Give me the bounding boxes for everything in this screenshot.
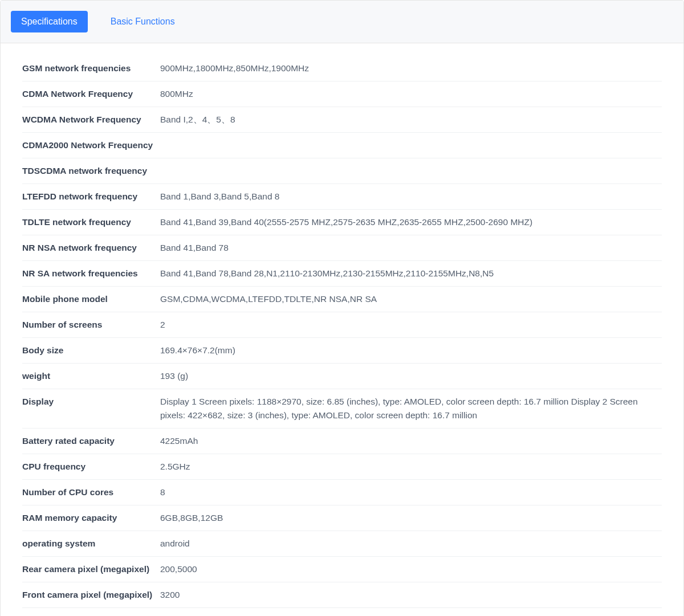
spec-panel: Specifications Basic Functions GSM netwo…: [0, 0, 684, 616]
spec-value: Band I,2、4、5、8: [160, 113, 662, 127]
spec-table: GSM network frequencies900MHz,1800MHz,85…: [1, 43, 683, 616]
spec-value: 3200: [160, 588, 662, 602]
spec-value: 6GB,8GB,12GB: [160, 511, 662, 525]
spec-label: LTEFDD network frequency: [22, 190, 160, 203]
spec-value: 900MHz,1800MHz,850MHz,1900MHz: [160, 62, 662, 75]
spec-row: RAM memory capacity6GB,8GB,12GB: [22, 505, 662, 531]
spec-row: Body size169.4×76×7.2(mm): [22, 338, 662, 364]
spec-label: Front camera pixel (megapixel): [22, 588, 160, 602]
spec-row: Number of cameras3: [22, 608, 662, 616]
spec-row: DisplayDisplay 1 Screen pixels: 1188×297…: [22, 389, 662, 429]
spec-row: Number of CPU cores8: [22, 480, 662, 505]
spec-row: Number of screens2: [22, 312, 662, 338]
spec-row: GSM network frequencies900MHz,1800MHz,85…: [22, 56, 662, 81]
spec-row: Front camera pixel (megapixel)3200: [22, 582, 662, 608]
spec-label: Number of CPU cores: [22, 486, 160, 499]
spec-label: TDLTE network frequency: [22, 215, 160, 229]
spec-value: 800MHz: [160, 87, 662, 101]
spec-label: weight: [22, 369, 160, 383]
spec-label: Number of cameras: [22, 614, 160, 616]
spec-row: NR NSA network frequencyBand 41,Band 78: [22, 235, 662, 261]
spec-value: Display 1 Screen pixels: 1188×2970, size…: [160, 395, 662, 422]
spec-label: RAM memory capacity: [22, 511, 160, 525]
spec-row: CPU frequency2.5GHz: [22, 454, 662, 480]
spec-value: Band 41,Band 78,Band 28,N1,2110-2130MHz,…: [160, 267, 662, 280]
spec-label: Mobile phone model: [22, 292, 160, 306]
spec-value: Band 1,Band 3,Band 5,Band 8: [160, 190, 662, 203]
spec-label: NR SA network frequencies: [22, 267, 160, 280]
spec-value: 2.5GHz: [160, 460, 662, 474]
spec-row: weight193 (g): [22, 364, 662, 389]
spec-value: 4225mAh: [160, 434, 662, 448]
spec-label: TDSCDMA network frequency: [22, 164, 160, 178]
tab-basic-functions[interactable]: Basic Functions: [100, 11, 185, 32]
spec-value: android: [160, 537, 662, 550]
spec-row: operating systemandroid: [22, 531, 662, 557]
spec-row: LTEFDD network frequencyBand 1,Band 3,Ba…: [22, 184, 662, 210]
spec-value: Band 41,Band 78: [160, 241, 662, 255]
spec-label: Battery rated capacity: [22, 434, 160, 448]
spec-label: WCDMA Network Frequency: [22, 113, 160, 127]
spec-row: CDMA Network Frequency800MHz: [22, 81, 662, 107]
spec-row: TDLTE network frequencyBand 41,Band 39,B…: [22, 210, 662, 235]
spec-row: CDMA2000 Network Frequency: [22, 133, 662, 158]
spec-label: CDMA2000 Network Frequency: [22, 138, 160, 152]
spec-label: GSM network frequencies: [22, 62, 160, 75]
spec-value: 8: [160, 486, 662, 499]
spec-value: 3: [160, 614, 662, 616]
spec-label: NR NSA network frequency: [22, 241, 160, 255]
spec-label: CDMA Network Frequency: [22, 87, 160, 101]
spec-row: WCDMA Network FrequencyBand I,2、4、5、8: [22, 107, 662, 133]
spec-value: 2: [160, 318, 662, 332]
spec-label: CPU frequency: [22, 460, 160, 474]
spec-label: Display: [22, 395, 160, 409]
spec-label: Body size: [22, 344, 160, 357]
spec-row: Battery rated capacity4225mAh: [22, 429, 662, 454]
spec-label: Rear camera pixel (megapixel): [22, 562, 160, 576]
spec-row: NR SA network frequenciesBand 41,Band 78…: [22, 261, 662, 287]
tabs-bar: Specifications Basic Functions: [1, 1, 683, 43]
spec-label: operating system: [22, 537, 160, 550]
spec-value: Band 41,Band 39,Band 40(2555-2575 MHZ,25…: [160, 215, 662, 229]
spec-row: Rear camera pixel (megapixel)200,5000: [22, 557, 662, 582]
spec-value: GSM,CDMA,WCDMA,LTEFDD,TDLTE,NR NSA,NR SA: [160, 292, 662, 306]
spec-value: 200,5000: [160, 562, 662, 576]
spec-row: Mobile phone modelGSM,CDMA,WCDMA,LTEFDD,…: [22, 287, 662, 312]
spec-label: Number of screens: [22, 318, 160, 332]
spec-value: 169.4×76×7.2(mm): [160, 344, 662, 357]
spec-row: TDSCDMA network frequency: [22, 158, 662, 184]
tab-specifications[interactable]: Specifications: [11, 11, 88, 32]
spec-value: 193 (g): [160, 369, 662, 383]
